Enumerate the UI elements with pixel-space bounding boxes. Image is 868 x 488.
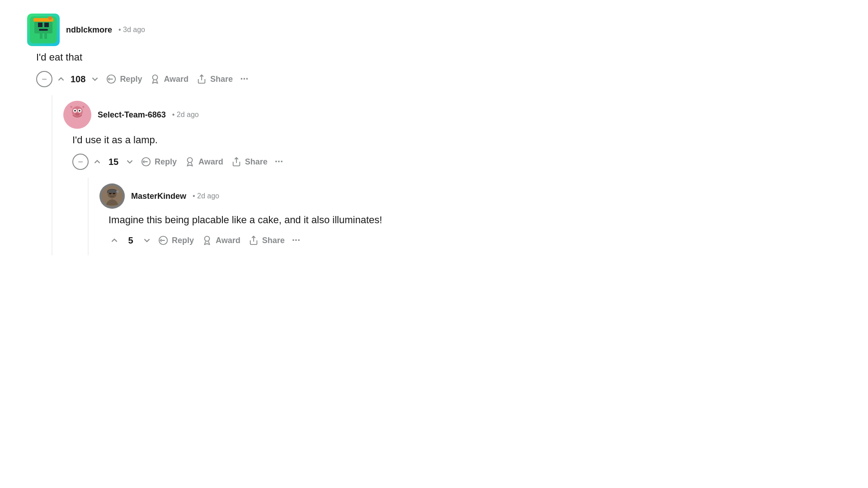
award-icon-2 (185, 157, 195, 167)
upvote-button-2[interactable] (91, 156, 103, 168)
avatar-ndblckmore (27, 14, 60, 46)
timestamp-ndblckmore: • 3d ago (118, 26, 145, 34)
vote-section-1: 108 (55, 73, 101, 85)
collapse-button-1[interactable]: − (36, 71, 52, 87)
more-button-3[interactable]: ··· (290, 235, 302, 246)
svg-point-20 (75, 113, 80, 116)
downvote-button-3[interactable] (141, 235, 153, 246)
upvote-button-1[interactable] (55, 73, 67, 85)
comment-thread: ndblckmore • 3d ago I'd eat that − 108 (27, 14, 434, 255)
share-button-3[interactable]: Share (246, 234, 288, 247)
reply-button-1[interactable]: Reply (104, 72, 145, 86)
share-icon-3 (249, 235, 259, 245)
comment-2-actions: − 15 (72, 154, 434, 170)
svg-rect-6 (44, 33, 47, 39)
svg-point-28 (116, 190, 119, 193)
vote-section-3: 5 (108, 235, 153, 246)
comment-2-header: Select-Team-6863 • 2d ago (63, 101, 434, 129)
thread-area-2: MasterKindew • 2d ago Imagine this being… (72, 178, 434, 255)
svg-point-30 (205, 236, 210, 241)
avatar-select-team (63, 101, 91, 129)
username-select-team: Select-Team-6863 (98, 110, 166, 120)
downvote-button-2[interactable] (124, 156, 136, 168)
comment-3: MasterKindew • 2d ago Imagine this being… (99, 178, 434, 255)
share-icon-2 (231, 157, 241, 167)
svg-rect-2 (38, 23, 42, 27)
thread-line-2 (88, 178, 89, 255)
svg-rect-1 (34, 20, 52, 33)
svg-point-18 (74, 110, 76, 112)
thread-line-1 (52, 95, 52, 255)
svg-rect-3 (44, 23, 49, 27)
replies-2: MasterKindew • 2d ago Imagine this being… (99, 178, 434, 255)
comment-1-header: ndblckmore • 3d ago (27, 14, 434, 46)
upvote-icon-2 (92, 157, 102, 167)
comment-3-content: Imagine this being placable like a cake,… (99, 212, 434, 255)
svg-point-22 (188, 158, 193, 163)
comment-3-body: Imagine this being placable like a cake,… (108, 212, 434, 227)
reply-icon-1 (106, 74, 116, 84)
upvote-button-3[interactable] (108, 235, 120, 246)
username-ndblckmore: ndblckmore (66, 25, 112, 35)
more-button-2[interactable]: ··· (273, 156, 285, 168)
username-masterkindew: MasterKindew (131, 192, 186, 201)
comment-3-header: MasterKindew • 2d ago (99, 183, 434, 209)
downvote-icon-1 (90, 74, 100, 84)
share-button-1[interactable]: Share (194, 72, 236, 86)
reply-button-3[interactable]: Reply (156, 234, 197, 247)
vote-count-2: 15 (107, 157, 120, 167)
comment-top-level: ndblckmore • 3d ago I'd eat that − 108 (27, 14, 434, 255)
vote-section-2: 15 (91, 156, 136, 168)
comment-1-body: I'd eat that (36, 50, 434, 65)
thread-area-1: Select-Team-6863 • 2d ago I'd use it as … (36, 95, 434, 255)
replies-1: Select-Team-6863 • 2d ago I'd use it as … (63, 95, 434, 255)
comment-3-actions: 5 (108, 234, 434, 247)
comment-2: Select-Team-6863 • 2d ago I'd use it as … (63, 95, 434, 255)
timestamp-select-team: • 2d ago (172, 111, 199, 119)
reply-icon-2 (141, 157, 151, 167)
downvote-icon-2 (125, 157, 135, 167)
upvote-icon-3 (109, 235, 119, 245)
svg-point-12 (153, 75, 158, 80)
reply-icon-3 (158, 235, 168, 245)
avatar-masterkindew (99, 183, 125, 209)
avatar-master-svg (102, 186, 123, 206)
svg-point-19 (79, 110, 80, 112)
award-icon-3 (202, 235, 212, 245)
comment-2-content: I'd use it as a lamp. − (63, 132, 434, 255)
collapse-icon-2: − (78, 157, 83, 167)
collapse-icon-1: − (42, 74, 47, 84)
award-button-3[interactable]: Award (199, 234, 243, 247)
svg-point-10 (48, 16, 52, 20)
comment-1-actions: − 108 (36, 71, 434, 87)
svg-rect-8 (52, 32, 55, 37)
timestamp-masterkindew: • 2d ago (193, 192, 219, 200)
award-button-2[interactable]: Award (182, 155, 226, 169)
vote-count-3: 5 (124, 235, 137, 246)
collapse-button-2[interactable]: − (72, 154, 89, 170)
avatar-ndblckmore-svg (30, 16, 57, 43)
share-icon-1 (197, 74, 207, 84)
comment-1-content: I'd eat that − 108 (27, 50, 434, 255)
vote-count-1: 108 (71, 74, 85, 84)
upvote-icon-1 (56, 74, 66, 84)
downvote-button-1[interactable] (89, 73, 101, 85)
svg-rect-4 (39, 29, 48, 31)
share-button-2[interactable]: Share (229, 155, 270, 169)
downvote-icon-3 (142, 235, 152, 245)
more-button-1[interactable]: ··· (238, 73, 250, 85)
award-button-1[interactable]: Award (147, 72, 191, 86)
svg-rect-5 (40, 33, 42, 39)
reply-button-2[interactable]: Reply (138, 155, 179, 169)
comment-2-body: I'd use it as a lamp. (72, 132, 434, 147)
award-icon-1 (150, 74, 160, 84)
avatar-select-svg (66, 103, 89, 126)
svg-rect-7 (32, 32, 34, 37)
